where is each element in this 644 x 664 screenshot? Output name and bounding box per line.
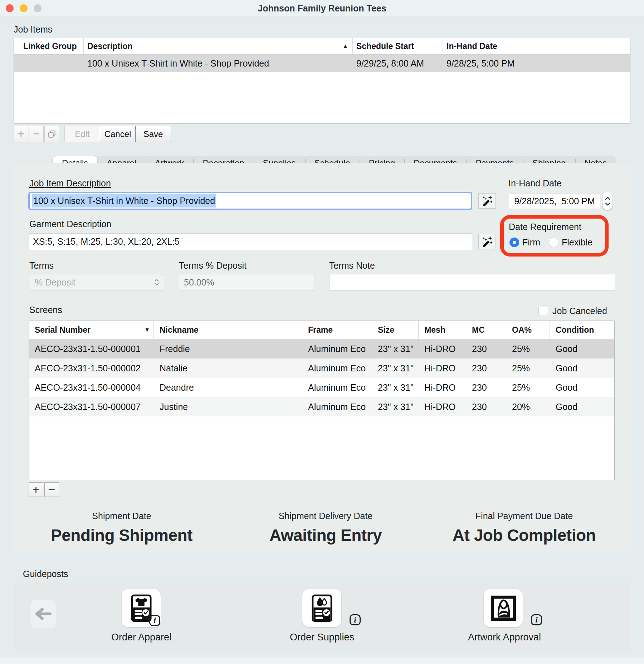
close-button[interactable] <box>6 4 14 12</box>
guideposts-heading: Guideposts <box>23 569 68 579</box>
edit-button[interactable]: Edit <box>64 126 100 142</box>
terms-deposit-input[interactable]: 50.00% <box>179 274 315 290</box>
add-screen-button[interactable]: + <box>29 482 43 497</box>
duplicate-icon <box>48 130 56 138</box>
remove-job-item-button[interactable]: − <box>29 126 44 142</box>
column-header-mc[interactable]: MC <box>466 321 506 339</box>
cell-mesh: Hi-DRO <box>419 382 466 393</box>
traffic-lights <box>6 4 42 12</box>
cell-size: 23" x 31" <box>372 402 419 412</box>
order-supplies-info-icon[interactable]: i <box>350 614 361 625</box>
screen-row[interactable]: AECO-23x31-1.50-000001 Freddie Aluminum … <box>29 339 614 358</box>
cell-oa: 20% <box>506 402 550 412</box>
magic-wand-icon <box>482 195 493 207</box>
column-header-frame[interactable]: Frame <box>302 321 372 339</box>
job-items-table: Linked Group Description ▲ Schedule Star… <box>14 38 630 124</box>
titlebar: Johnson Family Reunion Tees <box>0 0 644 16</box>
screens-table-header: Serial Number ▼ Nickname Frame Size Mesh… <box>29 321 614 339</box>
cell-serial: AECO-23x31-1.50-000007 <box>29 402 154 412</box>
cell-nickname: Deandre <box>154 382 302 393</box>
column-header-size[interactable]: Size <box>372 321 419 339</box>
screen-row[interactable]: AECO-23x31-1.50-000002 Natalie Aluminum … <box>29 358 614 378</box>
cell-serial: AECO-23x31-1.50-000004 <box>29 382 154 393</box>
in-hand-date-stepper[interactable] <box>602 192 613 210</box>
job-item-row[interactable]: 100 x Unisex T-Shirt in White - Shop Pro… <box>14 54 630 72</box>
shipment-delivery-status: Shipment Delivery Date Awaiting Entry <box>225 511 426 545</box>
magic-wand-icon <box>482 236 493 248</box>
garment-description-label: Garment Description <box>29 219 111 229</box>
job-items-table-header: Linked Group Description ▲ Schedule Star… <box>14 38 630 54</box>
order-apparel-label: Order Apparel <box>97 632 186 643</box>
remove-screen-button[interactable]: − <box>44 482 59 497</box>
column-header-linked-group[interactable]: Linked Group <box>14 38 84 54</box>
order-supplies-icon <box>312 594 332 622</box>
date-requirement-label: Date Requirement <box>509 222 581 232</box>
job-item-description: 100 x Unisex T-Shirt in White - Shop Pro… <box>84 58 353 69</box>
radio-firm[interactable] <box>509 238 519 247</box>
column-header-in-hand-date[interactable]: In-Hand Date <box>443 38 630 54</box>
terms-selected-value: % Deposit <box>35 277 75 288</box>
cell-condition: Good <box>550 344 614 354</box>
cell-nickname: Natalie <box>154 363 302 374</box>
shipment-delivery-value: Awaiting Entry <box>225 526 426 545</box>
cell-condition: Good <box>550 402 614 412</box>
save-button[interactable]: Save <box>135 126 171 142</box>
radio-flexible-label: Flexible <box>562 237 592 248</box>
artwork-approval-button[interactable] <box>484 589 523 627</box>
cell-frame: Aluminum Eco <box>302 344 372 354</box>
column-header-description[interactable]: Description ▲ <box>84 38 353 54</box>
screen-row[interactable]: AECO-23x31-1.50-000007 Justine Aluminum … <box>29 397 614 416</box>
artwork-approval-info-icon[interactable]: i <box>531 614 542 625</box>
order-supplies-button[interactable] <box>302 589 341 627</box>
garment-description-input[interactable]: XS:5, S:15, M:25, L:30, XL:20, 2XL:5 <box>29 233 472 250</box>
job-canceled-checkbox[interactable] <box>538 306 548 315</box>
screens-actions: + − <box>29 482 59 497</box>
radio-firm-label: Firm <box>522 237 540 248</box>
cell-frame: Aluminum Eco <box>302 363 372 374</box>
final-payment-label: Final Payment Due Date <box>422 511 626 521</box>
terms-note-input[interactable] <box>329 274 615 290</box>
column-header-condition[interactable]: Condition <box>550 321 614 339</box>
order-apparel-info-icon[interactable]: i <box>149 615 160 626</box>
cell-frame: Aluminum Eco <box>302 402 372 412</box>
column-header-nickname[interactable]: Nickname <box>154 321 302 339</box>
guidepost-back-button[interactable] <box>30 600 56 628</box>
cell-mc: 230 <box>466 402 506 412</box>
terms-deposit-label: Terms % Deposit <box>179 260 247 271</box>
cancel-button[interactable]: Cancel <box>100 126 136 142</box>
in-hand-date-label: In-Hand Date <box>508 178 562 189</box>
cell-nickname: Freddie <box>154 344 302 354</box>
selected-text: 100 x Unisex T-Shirt in White - Shop Pro… <box>32 194 216 208</box>
screen-row[interactable]: AECO-23x31-1.50-000004 Deandre Aluminum … <box>29 378 614 397</box>
autofill-garment-button[interactable] <box>478 234 496 249</box>
shipment-date-label: Shipment Date <box>21 511 222 521</box>
job-item-description-input[interactable]: 100 x Unisex T-Shirt in White - Shop Pro… <box>28 192 472 210</box>
terms-select[interactable]: % Deposit <box>29 274 164 290</box>
job-items-actions: + − Edit Cancel Save <box>14 126 171 142</box>
duplicate-job-item-button[interactable] <box>44 126 59 142</box>
window-bottom-edge <box>0 658 644 664</box>
cell-mesh: Hi-DRO <box>419 344 466 354</box>
zoom-window-button[interactable] <box>34 4 42 12</box>
stepper-down-icon <box>605 202 610 206</box>
screens-heading: Screens <box>29 305 62 315</box>
add-job-item-button[interactable]: + <box>14 126 28 142</box>
terms-note-label: Terms Note <box>329 260 375 271</box>
cell-mc: 230 <box>466 363 506 374</box>
shipment-delivery-label: Shipment Delivery Date <box>225 511 426 521</box>
sort-descending-icon: ▼ <box>144 321 150 339</box>
column-header-mesh[interactable]: Mesh <box>419 321 466 339</box>
radio-flexible[interactable] <box>549 238 558 247</box>
in-hand-date-input[interactable]: 9/28/2025, 5:00 PM <box>509 193 600 209</box>
shipment-date-value: Pending Shipment <box>21 526 222 545</box>
minimize-button[interactable] <box>20 4 28 12</box>
column-header-description-label: Description <box>87 42 133 51</box>
order-apparel-icon <box>131 594 152 622</box>
artwork-approval-label: Artwork Approval <box>454 632 555 643</box>
select-chevrons-icon <box>155 279 159 285</box>
autofill-description-button[interactable] <box>478 193 496 209</box>
column-header-schedule-start[interactable]: Schedule Start <box>353 38 443 54</box>
column-header-oa[interactable]: OA% <box>506 321 550 339</box>
column-header-serial-number[interactable]: Serial Number ▼ <box>29 321 154 339</box>
date-requirement-radio-group: Firm Flexible <box>509 237 592 248</box>
